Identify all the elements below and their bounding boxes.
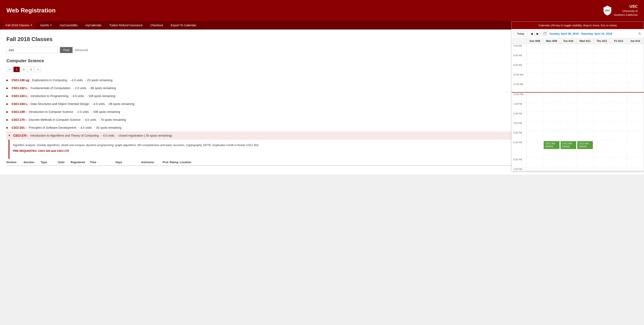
course-name: Explorations in Computing [32, 78, 67, 82]
cal-time-label: 7:00 PM [512, 167, 526, 171]
cal-cell [577, 63, 594, 73]
page-1-button[interactable]: 1 [14, 67, 20, 72]
cal-row-6pm: 6:00 PM [512, 158, 644, 167]
cal-cell [610, 63, 627, 73]
cal-cell [627, 73, 644, 82]
col-location: Location [180, 161, 197, 164]
calendar-date-icon[interactable] [542, 31, 548, 36]
cal-time-label: 9:00 AM [512, 63, 526, 73]
cal-cell [577, 131, 594, 140]
search-input[interactable] [6, 47, 58, 53]
cal-cell [560, 112, 577, 121]
cal-cell [526, 44, 543, 53]
cal-cell [577, 167, 594, 171]
cal-time-label: 11:00 AM [512, 82, 526, 92]
chevron-down-icon: ▼ [30, 24, 32, 26]
today-button[interactable]: Today [514, 31, 527, 36]
expand-icon[interactable]: ▶ [6, 102, 10, 105]
nav-mycoursebin[interactable]: myCourseBin [56, 21, 81, 29]
svg-rect-1 [544, 32, 546, 35]
course-info: Data Structures and Object Oriented Desi… [30, 102, 134, 106]
cal-cell [577, 44, 594, 53]
calendar-icon [544, 32, 546, 35]
nav-myinfo-label: myInfo [40, 23, 49, 27]
cal-sat-header: Sat 4/14 [627, 38, 644, 44]
cal-cell [560, 131, 577, 140]
expand-icon[interactable]: ▶ [6, 110, 10, 113]
cal-cell [526, 167, 543, 171]
cal-cell [594, 63, 610, 73]
cal-cell [560, 73, 577, 82]
collapse-icon[interactable]: ▼ [8, 134, 11, 137]
nav-tuition[interactable]: Tuition Refund Insurance [106, 21, 146, 29]
cal-cell [526, 112, 543, 121]
course-spots: 70 spots remaining [100, 118, 126, 121]
page-2-button[interactable]: 2 [20, 67, 27, 72]
expand-icon[interactable]: ▶ [6, 118, 10, 121]
next-week-button[interactable]: ▶ [535, 31, 540, 36]
cal-cell [526, 102, 543, 112]
refresh-button[interactable]: ↻ [638, 32, 641, 36]
cal-tue-header: Tue 4/10 [560, 38, 577, 44]
cal-cell [594, 158, 610, 167]
nav-mycoursebin-label: myCourseBin [60, 23, 78, 27]
nav-checkout[interactable]: Checkout [147, 21, 166, 29]
cal-cell [594, 121, 610, 131]
nav-export-label: Export To Calendar [171, 23, 196, 27]
expand-icon[interactable]: ▶ [6, 87, 10, 90]
course-info: Introduction to Algorithms and Theory of… [30, 134, 172, 137]
expand-icon[interactable]: ▶ [6, 126, 10, 129]
course-code[interactable]: CSCI-270 : [13, 134, 28, 137]
course-code[interactable]: CSCI-102 L: [12, 86, 28, 90]
cal-cell [526, 54, 543, 63]
course-code[interactable]: CSCI-109 : [12, 110, 26, 113]
cal-time-label: 5:00 PM [512, 141, 526, 158]
prev-week-button[interactable]: ◀ [529, 31, 534, 36]
usc-logo: USC USC University of Southern Californi… [603, 4, 638, 17]
calendar-event-wed[interactable]: CSCI-360(30043). [577, 141, 593, 149]
course-units: 4.0 units [103, 134, 114, 137]
nav-fall2018[interactable]: Fall 2018 Classes ▼ [2, 21, 36, 29]
cal-thu-header: Thu 4/12 [594, 38, 610, 44]
cal-cell [577, 54, 594, 63]
course-code[interactable]: CSCI-103 L: [12, 94, 28, 98]
nav-myinfo[interactable]: myInfo ▼ [36, 21, 56, 29]
cal-cell [526, 131, 543, 140]
course-info: Introduction to Computer Science - 2.0 u… [29, 110, 120, 113]
calendar-nav-arrows: ◀ ▶ [529, 31, 540, 36]
cal-cell [560, 82, 577, 92]
course-code[interactable]: CSCI-170 : [12, 118, 26, 121]
course-units: 4.0 units [72, 94, 84, 98]
course-units: 2.0 units [78, 110, 89, 113]
course-spots: closed registration ( 30 spots remaining… [119, 134, 172, 137]
expand-icon[interactable]: ▶ [6, 79, 10, 82]
course-units: 4.0 units [80, 126, 92, 129]
course-code[interactable]: CSCI-100 xg: [12, 78, 30, 82]
cal-cell [560, 121, 577, 131]
course-code[interactable]: CSCI-201 : [12, 126, 26, 129]
cal-cell [526, 121, 543, 131]
prev-page-button[interactable]: « [6, 67, 12, 72]
cal-cell [594, 82, 610, 92]
calendar-overlay: Calendar (Alt key to toggle visibility, … [511, 21, 644, 171]
find-button[interactable]: Find [60, 47, 72, 53]
cal-cell [577, 93, 594, 102]
cal-row-4pm: 4:00 PM [512, 131, 644, 141]
cal-cell: CSCI-360(30043). [577, 141, 594, 158]
advanced-link[interactable]: Advanced [75, 48, 88, 52]
next-page-button[interactable]: » [35, 67, 41, 72]
cal-cell [627, 131, 644, 140]
course-code[interactable]: CSCI-104 L: [12, 102, 28, 106]
col-days: Days [116, 161, 141, 164]
page-3-button[interactable]: 3 [28, 67, 34, 72]
col-rating: Prof. Rating [162, 161, 180, 164]
calendar-event-mon[interactable]: CSCI-360(30043). [544, 141, 559, 149]
nav-export[interactable]: Export To Calendar [167, 21, 200, 29]
cal-cell [610, 167, 627, 171]
calendar-event-tue[interactable]: CSCI-360(29983). [560, 141, 576, 149]
nav-mycalendar[interactable]: myCalendar [82, 21, 105, 29]
cal-time-label: 1:00 PM [512, 102, 526, 112]
cal-row-9am: 9:00 AM [512, 63, 644, 73]
cal-cell [627, 158, 644, 167]
expand-icon[interactable]: ▶ [6, 94, 10, 97]
